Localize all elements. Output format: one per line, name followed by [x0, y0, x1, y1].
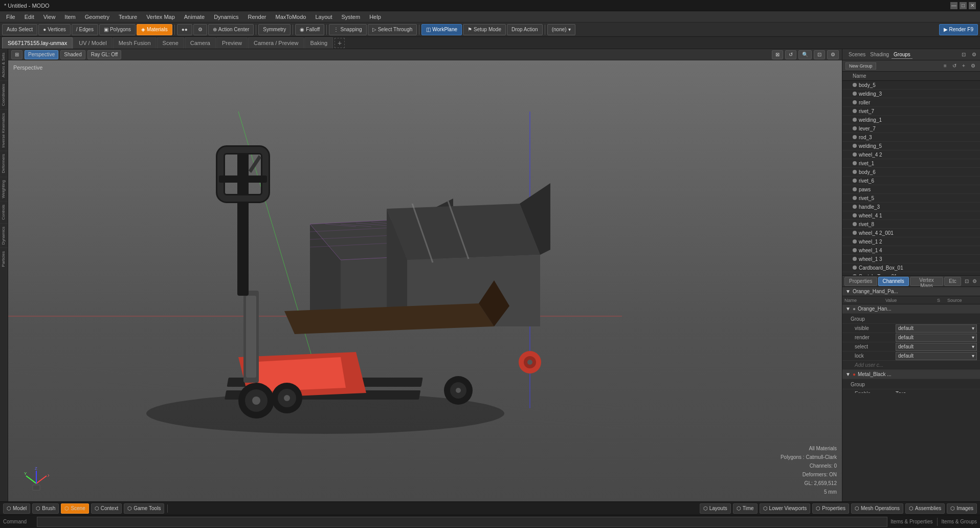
list-item[interactable]: roller	[842, 98, 980, 107]
props-render-row[interactable]: render default▾	[842, 333, 980, 342]
viewport-expand-btn[interactable]: ⊞	[11, 50, 23, 59]
render-dropdown[interactable]: default▾	[896, 334, 977, 342]
menu-file[interactable]: File	[2, 13, 19, 21]
assemblies-btn[interactable]: ⬡ Assemblies	[905, 503, 945, 514]
edges-button[interactable]: / Edges	[72, 24, 98, 35]
list-item[interactable]: welding_1	[842, 116, 980, 124]
images-btn[interactable]: ⬡ Images	[947, 503, 977, 514]
menu-vertexmap[interactable]: Vertex Map	[142, 13, 179, 21]
close-button[interactable]: ✕	[969, 2, 976, 9]
menu-layout[interactable]: Layout	[311, 13, 336, 21]
side-tab-actors[interactable]: Actors & Sets	[0, 49, 8, 80]
minimize-button[interactable]: —	[950, 2, 957, 9]
drop-action-button[interactable]: Drop Action	[507, 24, 543, 35]
props-settings-btn[interactable]: ⚙	[971, 277, 978, 285]
none-dropdown[interactable]: (none) ▾	[547, 24, 575, 35]
model-btn[interactable]: ⬡ Model	[3, 503, 30, 514]
command-input[interactable]	[37, 517, 887, 527]
time-btn[interactable]: ⬡ Time	[733, 503, 758, 514]
tab-scene[interactable]: Scene	[157, 37, 184, 49]
symmetry-button[interactable]: Symmetry	[258, 24, 291, 35]
vp-maximize-btn[interactable]: ⊡	[814, 50, 825, 59]
auto-select-button[interactable]: Auto Select	[2, 24, 37, 35]
list-item[interactable]: rivet_8	[842, 220, 980, 229]
falloff-button[interactable]: ◉ Falloff	[295, 24, 324, 35]
scene-btn[interactable]: ⬡ Scene	[61, 503, 88, 514]
mesh-operations-btn[interactable]: ⬡ Mesh Operations	[851, 503, 903, 514]
menu-item[interactable]: Item	[60, 13, 79, 21]
props-add-user-row[interactable]: Add user c...	[842, 361, 980, 370]
shading-tab[interactable]: Shading	[868, 51, 891, 59]
list-item[interactable]: body_5	[842, 81, 980, 90]
tab-mesh-fusion[interactable]: Mesh Fusion	[113, 37, 157, 49]
visible-dropdown[interactable]: default▾	[896, 324, 977, 333]
menu-geometry[interactable]: Geometry	[81, 13, 114, 21]
list-item[interactable]: wheel_4 2_001	[842, 229, 980, 237]
vp-icons-btn[interactable]: ⊠	[772, 50, 783, 59]
props-enable-row[interactable]: Enable True	[842, 389, 980, 393]
vp-search-btn[interactable]: 🔍	[798, 50, 812, 59]
shaded-btn[interactable]: Shaded	[60, 50, 85, 59]
side-tab-weighting[interactable]: Weighting	[0, 177, 8, 201]
settings-button[interactable]: ⚙	[193, 24, 207, 35]
select-dropdown[interactable]: default▾	[896, 343, 977, 351]
layouts-btn[interactable]: ⬡ Layouts	[700, 503, 731, 514]
props-group-row[interactable]: Group	[842, 315, 980, 324]
scenes-tab[interactable]: Scenes	[847, 51, 867, 59]
dots-button[interactable]: ●●	[177, 24, 192, 35]
list-item[interactable]: rivet_6	[842, 177, 980, 185]
props-visible-row[interactable]: visible default▾	[842, 324, 980, 333]
properties-tab[interactable]: Properties	[844, 277, 877, 286]
new-group-button[interactable]: New Group	[845, 62, 876, 70]
menu-texture[interactable]: Texture	[115, 13, 141, 21]
vertices-button[interactable]: ● Vertices	[38, 24, 71, 35]
list-item[interactable]: Cardboard_Box_01	[842, 263, 980, 272]
maximize-button[interactable]: □	[960, 2, 967, 9]
menu-render[interactable]: Render	[243, 13, 270, 21]
list-item[interactable]: wheel_1 2	[842, 237, 980, 246]
menu-help[interactable]: Help	[365, 13, 385, 21]
render-button[interactable]: ▶ Render F9	[939, 24, 978, 35]
materials-button[interactable]: ◈ Materials	[137, 24, 172, 35]
context-btn[interactable]: ⬡ Context	[91, 503, 122, 514]
list-item[interactable]: welding_3	[842, 90, 980, 98]
props-group-2-header[interactable]: ▼ ● Metal_Black ...	[842, 370, 980, 379]
list-settings-btn[interactable]: ⚙	[969, 62, 977, 70]
list-item[interactable]: rivet_7	[842, 107, 980, 116]
list-item[interactable]: lever_7	[842, 124, 980, 133]
viewport-area[interactable]: ⊞ Perspective Shaded Ray GL: Off ⊠ ↺ 🔍 ⊡…	[8, 49, 842, 501]
list-icon-btn[interactable]: ≡	[941, 62, 949, 70]
groups-tab[interactable]: Groups	[892, 51, 912, 59]
list-item[interactable]: body_6	[842, 168, 980, 177]
select-through-button[interactable]: ▷ Select Through	[368, 24, 417, 35]
list-item[interactable]: wheel_1 4	[842, 246, 980, 255]
menu-system[interactable]: System	[337, 13, 364, 21]
list-item[interactable]: wheel_1 3	[842, 255, 980, 263]
vp-refresh-btn[interactable]: ↺	[785, 50, 796, 59]
side-tab-coords[interactable]: Coordinates	[0, 80, 8, 109]
menu-edit[interactable]: Edit	[20, 13, 38, 21]
tab-camera[interactable]: Camera	[185, 37, 216, 49]
props-expand-btn[interactable]: ⊡	[963, 277, 970, 285]
list-item[interactable]: paws	[842, 185, 980, 194]
tab-add-button[interactable]: +	[335, 38, 345, 48]
properties-btn[interactable]: ⬡ Properties	[812, 503, 849, 514]
menu-view[interactable]: View	[39, 13, 60, 21]
menu-maxtomodo[interactable]: MaxToModo	[272, 13, 310, 21]
vertex-maps-tab[interactable]: Vertex Maps	[910, 277, 943, 286]
list-item[interactable]: welding_5	[842, 142, 980, 150]
list-item[interactable]: rod_3	[842, 133, 980, 142]
menu-dynamics[interactable]: Dynamics	[210, 13, 242, 21]
brush-btn[interactable]: ⬡ Brush	[32, 503, 59, 514]
list-add-btn[interactable]: +	[960, 62, 968, 70]
raygl-btn[interactable]: Ray GL: Off	[87, 50, 122, 59]
polygons-button[interactable]: ▣ Polygons	[99, 24, 136, 35]
etc-tab[interactable]: Etc	[944, 277, 961, 286]
list-item[interactable]: wheel_4 1	[842, 211, 980, 220]
props-select-row[interactable]: select default▾	[842, 342, 980, 351]
vp-settings-btn[interactable]: ⚙	[827, 50, 839, 59]
list-item[interactable]: handle_3	[842, 203, 980, 211]
side-tab-dynamics[interactable]: Dynamics	[0, 223, 8, 248]
viewport-canvas[interactable]: Perspective All Materials Polygons : Cat…	[8, 60, 842, 501]
side-tab-ik[interactable]: Inverse Kinematics	[0, 109, 8, 151]
